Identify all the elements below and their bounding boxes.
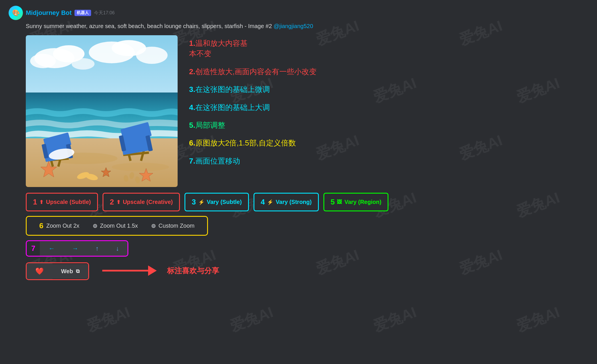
annotation-3: 3.在这张图的基础上微调 bbox=[189, 84, 588, 95]
annotation-7: 7.画面位置移动 bbox=[189, 156, 588, 166]
upscale-vary-row: 1 ⬆ Upscale (Subtle) 2 ⬆ Upscale (Creati… bbox=[26, 193, 588, 211]
bot-avatar: 🎨 bbox=[9, 6, 23, 20]
arrow-left-button[interactable]: ← bbox=[40, 241, 63, 256]
annotation-6: 6.原图放大2倍,1.5部,自定义倍数 bbox=[189, 138, 588, 148]
svg-point-6 bbox=[136, 47, 168, 64]
generated-image bbox=[26, 35, 178, 187]
zoom-row: 6 Zoom Out 2x Zoom Out 1.5x Custom Zoom bbox=[26, 216, 588, 236]
svg-point-3 bbox=[30, 54, 56, 68]
message-description: Sunny summer weather, azure sea, soft be… bbox=[9, 23, 588, 29]
annotation-arrow bbox=[102, 265, 157, 276]
arrow-up-button[interactable]: ↑ bbox=[87, 241, 107, 256]
arrow-down-button[interactable]: ↓ bbox=[107, 241, 127, 256]
custom-zoom-button[interactable]: Custom Zoom bbox=[145, 221, 201, 231]
bot-name: Midjourney Bot bbox=[26, 9, 72, 17]
web-button[interactable]: Web ⧉ bbox=[52, 264, 88, 279]
vary-region-button[interactable]: 5 🖼 Vary (Region) bbox=[323, 193, 388, 211]
upscale-creative-button[interactable]: 2 ⬆ Upscale (Creative) bbox=[103, 193, 180, 211]
arrow-row: 7 ← → ↑ ↓ bbox=[26, 240, 588, 257]
annotation-panel: 1.温和放大内容基本不变 2.创造性放大,画面内容会有一些小改变 3.在这张图的… bbox=[189, 35, 588, 176]
svg-point-11 bbox=[112, 163, 169, 171]
annotation-label: 标注喜欢与分享 bbox=[167, 266, 219, 276]
bot-tag: 机器人 bbox=[74, 10, 91, 16]
zoom-buttons-group: 6 Zoom Out 2x Zoom Out 1.5x Custom Zoom bbox=[26, 216, 208, 236]
action-row: ❤️ Web ⧉ 标注喜欢与分享 bbox=[26, 261, 588, 280]
heart-web-group: ❤️ Web ⧉ bbox=[26, 262, 89, 280]
vary-strong-button[interactable]: 4 ⚡ Vary (Strong) bbox=[254, 193, 319, 211]
annotation-5: 5.局部调整 bbox=[189, 120, 588, 130]
annotation-4: 4.在这张图的基础上大调 bbox=[189, 102, 588, 113]
annotation-2: 2.创造性放大,画面内容会有一些小改变 bbox=[189, 66, 588, 77]
arrow-right-button[interactable]: → bbox=[63, 241, 87, 256]
zoom-out-2x-button[interactable]: 6 Zoom Out 2x bbox=[32, 220, 86, 232]
annotation-1: 1.温和放大内容基本不变 bbox=[189, 38, 588, 59]
heart-button[interactable]: ❤️ bbox=[27, 263, 52, 279]
timestamp: 今天17:06 bbox=[94, 10, 115, 16]
vary-subtle-button[interactable]: 3 ⚡ Vary (Subtle) bbox=[184, 193, 249, 211]
upscale-subtle-button[interactable]: 1 ⬆ Upscale (Subtle) bbox=[26, 193, 98, 211]
svg-point-7 bbox=[72, 58, 95, 70]
direction-buttons-group: 7 ← → ↑ ↓ bbox=[26, 240, 128, 257]
zoom-out-1.5x-button[interactable]: Zoom Out 1.5x bbox=[86, 221, 145, 231]
